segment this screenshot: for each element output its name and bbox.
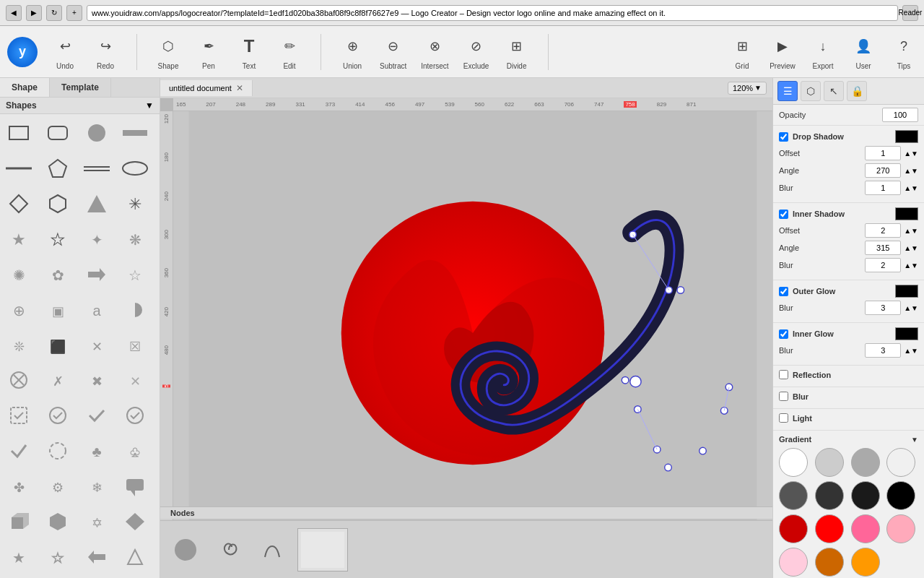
undo-button[interactable]: ↩ [52, 33, 78, 59]
shape-chat-bubble[interactable] [119, 470, 151, 502]
canvas-tab-close[interactable]: ✕ [236, 83, 243, 93]
grid-button[interactable]: ⊞ [729, 33, 755, 59]
gradient-very-dark[interactable] [851, 481, 880, 510]
shape-x-cross3[interactable]: ✕ [119, 364, 151, 396]
new-tab-button[interactable]: + [66, 5, 82, 21]
refresh-button[interactable]: ↻ [46, 5, 62, 21]
drop-shadow-blur-spinner[interactable]: ▲▼ [904, 184, 918, 192]
blur-checkbox[interactable] [779, 392, 788, 401]
gradient-orange[interactable] [851, 548, 880, 577]
shape-x-cross2[interactable]: ✖ [81, 364, 113, 396]
preview-button[interactable]: ▶ [770, 33, 796, 59]
inner-glow-blur-input[interactable] [865, 343, 901, 358]
drop-shadow-color[interactable] [895, 130, 918, 143]
shape-star8[interactable]: ✦ [81, 223, 113, 255]
shape-snowflake[interactable]: ❄ [81, 470, 113, 502]
gradient-near-white[interactable] [886, 448, 915, 477]
tips-button[interactable]: ? [891, 33, 917, 59]
opacity-input[interactable] [882, 108, 918, 122]
shape-check3[interactable] [3, 435, 35, 467]
shape-diamond[interactable] [3, 188, 35, 220]
intersect-button[interactable]: ⊗ [422, 33, 448, 59]
outer-glow-color[interactable] [895, 285, 918, 298]
shape-ellipse[interactable] [119, 152, 151, 184]
inner-shadow-blur-spinner[interactable]: ▲▼ [904, 262, 918, 269]
address-bar[interactable] [87, 5, 898, 21]
shape-floral2[interactable]: ❊ [3, 329, 35, 361]
drop-shadow-offset-spinner[interactable]: ▲▼ [904, 150, 918, 158]
reflection-checkbox[interactable] [779, 370, 788, 379]
inner-shadow-color[interactable] [895, 207, 918, 220]
divide-button[interactable]: ⊞ [504, 33, 530, 59]
gradient-dark-gray1[interactable] [779, 481, 808, 510]
shape-gear1[interactable]: ⊕ [3, 294, 35, 326]
inner-shadow-checkbox[interactable] [779, 210, 788, 219]
shape-pentagon[interactable] [42, 152, 74, 184]
export-button[interactable]: ↓ [810, 33, 836, 59]
subtract-button[interactable]: ⊖ [380, 33, 406, 59]
shapes-dropdown-icon[interactable]: ▼ [145, 100, 154, 111]
shape-half-circle[interactable] [119, 294, 151, 326]
gradient-light-pink[interactable] [886, 514, 915, 543]
gradient-brown-orange[interactable] [815, 548, 844, 577]
shape-checkbox[interactable] [3, 400, 35, 431]
inner-shadow-offset-input[interactable] [865, 223, 901, 238]
shape-diamond-solid[interactable] [119, 506, 151, 538]
shape-triangle-up[interactable] [119, 541, 151, 573]
exclude-button[interactable]: ⊘ [463, 33, 489, 59]
shape-text-a[interactable]: a [81, 294, 113, 326]
edit-button[interactable]: ✏ [276, 33, 302, 59]
node-curve-tool[interactable] [254, 532, 290, 568]
shape-starburst[interactable]: ❋ [119, 223, 151, 255]
outer-glow-checkbox[interactable] [779, 287, 788, 296]
shape-star-5a[interactable]: ★ [3, 541, 35, 573]
union-button[interactable]: ⊕ [339, 33, 365, 59]
node-circle-tool[interactable] [167, 532, 204, 568]
shape-star5[interactable]: ★ [3, 223, 35, 255]
shape-cube[interactable]: ⬛ [42, 329, 74, 361]
shape-check-circle[interactable] [42, 400, 74, 431]
gradient-dropdown-icon[interactable]: ▼ [911, 436, 918, 444]
shape-circle[interactable] [81, 117, 113, 149]
shape-sunburst[interactable]: ✺ [3, 259, 35, 290]
cursor-button[interactable]: ↖ [824, 81, 844, 101]
gradient-white[interactable] [779, 448, 808, 477]
drop-shadow-angle-input[interactable] [865, 163, 901, 178]
outer-glow-blur-spinner[interactable]: ▲▼ [904, 304, 918, 312]
inner-shadow-blur-input[interactable] [865, 258, 901, 272]
shape-star-5b[interactable]: ☆ [42, 541, 74, 573]
shape-star5-outline[interactable]: ★ [42, 223, 74, 255]
drop-shadow-blur-input[interactable] [865, 181, 901, 195]
inner-glow-checkbox[interactable] [779, 329, 788, 339]
text-button[interactable]: T [236, 33, 262, 59]
shape-x-cross1[interactable]: ✗ [42, 364, 74, 396]
canvas-main[interactable] [173, 111, 772, 520]
shape-hexagon[interactable] [42, 188, 74, 220]
reader-button[interactable]: Reader [902, 5, 918, 21]
shape-club2[interactable]: ♣ [119, 435, 151, 467]
zoom-dropdown-icon[interactable]: ▼ [754, 84, 762, 92]
shape-circle-x[interactable] [3, 364, 35, 396]
back-button[interactable]: ◀ [6, 5, 22, 21]
shape-club1[interactable]: ♣ [81, 435, 113, 467]
inner-shadow-angle-spinner[interactable]: ▲▼ [904, 244, 918, 252]
shape-x-box[interactable]: ☒ [119, 329, 151, 361]
shape-wide-rect[interactable] [119, 117, 151, 149]
forward-button[interactable]: ▶ [26, 5, 42, 21]
tab-template[interactable]: Template [50, 78, 111, 97]
shape-asterisk[interactable]: ✳ [119, 188, 151, 220]
inner-glow-blur-spinner[interactable]: ▲▼ [904, 347, 918, 355]
shape-x-mark[interactable]: ✕ [81, 329, 113, 361]
pen-button[interactable]: ✒ [196, 33, 222, 59]
shape-flower[interactable]: ✿ [42, 259, 74, 290]
redo-button[interactable]: ↪ [92, 33, 118, 59]
shape-double-line[interactable] [81, 152, 113, 184]
shape-arrow-left[interactable] [81, 541, 113, 573]
tab-shape[interactable]: Shape [0, 78, 50, 97]
inner-shadow-angle-input[interactable] [865, 241, 901, 255]
gradient-dark-gray2[interactable] [815, 481, 844, 510]
user-button[interactable]: 👤 [850, 33, 876, 59]
drop-shadow-checkbox[interactable] [779, 132, 788, 142]
outer-glow-blur-input[interactable] [865, 301, 901, 315]
layers-button[interactable]: ☰ [777, 81, 798, 101]
